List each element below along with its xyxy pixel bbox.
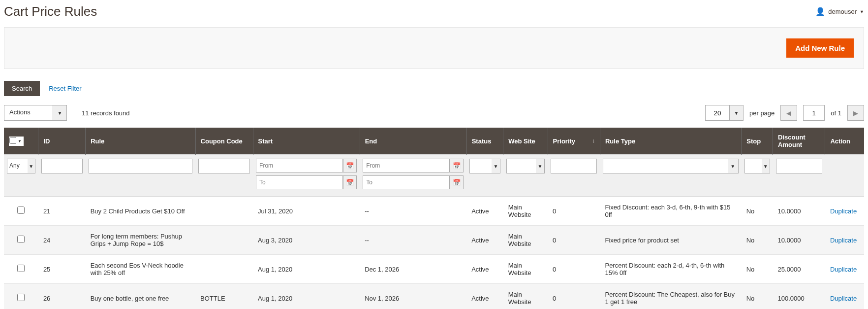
caret-down-icon: ▼	[860, 9, 864, 14]
table-row[interactable]: 24For long term members: Pushup Grips + …	[4, 226, 864, 255]
filter-start-from[interactable]	[256, 159, 343, 172]
duplicate-link[interactable]: Duplicate	[830, 207, 857, 215]
cell-coupon	[195, 255, 253, 284]
page-actions-toolbar: Add New Rule	[4, 27, 864, 69]
col-header-id[interactable]: ID	[38, 128, 86, 155]
mass-actions-select[interactable]: Actions ▼	[4, 105, 67, 121]
row-checkbox[interactable]	[17, 206, 25, 214]
search-button[interactable]: Search	[4, 81, 40, 96]
filter-priority-input[interactable]	[551, 159, 597, 173]
cell-priority: 0	[548, 255, 600, 284]
cell-status: Active	[466, 255, 503, 284]
cell-id: 21	[38, 197, 86, 226]
cell-coupon	[195, 197, 253, 226]
cell-stop: No	[742, 284, 773, 309]
cell-priority: 0	[548, 284, 600, 309]
cell-coupon	[195, 226, 253, 255]
filter-ruletype-select[interactable]: ▼	[603, 159, 738, 173]
sort-arrow-icon: ↓	[592, 137, 595, 143]
cell-id: 25	[38, 255, 86, 284]
calendar-icon[interactable]: 📅	[450, 159, 464, 172]
cell-end: Nov 1, 2026	[360, 284, 466, 309]
cell-website: Main Website	[503, 197, 548, 226]
cell-start: Jul 31, 2020	[253, 197, 360, 226]
col-header-coupon[interactable]: Coupon Code	[195, 128, 253, 155]
table-row[interactable]: 21Buy 2 Child Products Get $10 OffJul 31…	[4, 197, 864, 226]
select-all-checkbox[interactable]	[9, 137, 16, 144]
cell-id: 24	[38, 226, 86, 255]
col-header-stop[interactable]: Stop	[742, 128, 773, 155]
table-row[interactable]: 26Buy one bottle, get one freeBOTTLEAug …	[4, 284, 864, 309]
col-header-discount[interactable]: Discount Amount	[773, 128, 825, 155]
cell-website: Main Website	[503, 226, 548, 255]
priority-label: Priority	[553, 137, 576, 145]
per-page-input[interactable]	[705, 105, 730, 121]
cell-website: Main Website	[503, 255, 548, 284]
reset-filter-link[interactable]: Reset Filter	[49, 85, 81, 92]
duplicate-link[interactable]: Duplicate	[830, 266, 857, 273]
filter-start-to[interactable]	[256, 175, 343, 189]
col-header-website[interactable]: Web Site	[503, 128, 548, 155]
cell-discount: 25.0000	[773, 255, 825, 284]
cell-discount: 100.0000	[773, 284, 825, 309]
filter-discount-input[interactable]	[776, 159, 822, 173]
select-all-options[interactable]: ▼	[16, 137, 23, 145]
cell-discount: 10.0000	[773, 197, 825, 226]
cell-rule: Buy one bottle, get one free	[86, 284, 195, 309]
username-label: demouser	[828, 8, 857, 15]
calendar-icon[interactable]: 📅	[343, 175, 357, 189]
cell-status: Active	[466, 197, 503, 226]
filter-any-label: Any	[7, 159, 28, 173]
rules-grid: ▼ ID Rule Coupon Code Start End Status W…	[4, 128, 864, 309]
row-checkbox[interactable]	[17, 294, 25, 301]
filter-stop-select[interactable]: ▼	[744, 159, 770, 173]
cell-discount: 10.0000	[773, 226, 825, 255]
user-menu[interactable]: 👤 demouser ▼	[815, 7, 864, 16]
cell-end: --	[360, 197, 466, 226]
filter-end-from[interactable]	[363, 159, 450, 172]
page-total-label: of 1	[831, 109, 841, 117]
per-page-select[interactable]: ▼	[705, 105, 744, 121]
cell-ruletype: Fixed Discount: each 3-d, 6-th, 9-th wit…	[600, 197, 741, 226]
row-checkbox[interactable]	[17, 265, 25, 272]
cell-priority: 0	[548, 226, 600, 255]
col-header-end[interactable]: End	[360, 128, 466, 155]
filter-coupon-input[interactable]	[198, 159, 250, 173]
filter-select-any[interactable]: Any ▼	[7, 159, 35, 173]
col-header-rule[interactable]: Rule	[86, 128, 195, 155]
caret-down-icon: ▼	[492, 159, 500, 173]
filter-id-input[interactable]	[41, 159, 83, 173]
duplicate-link[interactable]: Duplicate	[830, 237, 857, 244]
records-found-label: 11 records found	[82, 109, 130, 117]
col-header-priority[interactable]: Priority↓	[548, 128, 600, 155]
col-header-start[interactable]: Start	[253, 128, 360, 155]
calendar-icon[interactable]: 📅	[343, 159, 357, 172]
cell-status: Active	[466, 226, 503, 255]
current-page-input[interactable]	[803, 105, 825, 121]
filter-rule-input[interactable]	[89, 159, 192, 173]
cell-ruletype: Percent Discount: each 2-d, 4-th, 6-th w…	[600, 255, 741, 284]
prev-page-button[interactable]: ◀	[780, 105, 797, 121]
cell-rule: Each second Eos V-Neck hoodie with 25% o…	[86, 255, 195, 284]
page-title: Cart Price Rules	[4, 4, 97, 19]
table-row[interactable]: 25Each second Eos V-Neck hoodie with 25%…	[4, 255, 864, 284]
cell-ruletype: Percent Discount: The Cheapest, also for…	[600, 284, 741, 309]
cell-end: --	[360, 226, 466, 255]
caret-down-icon: ▼	[762, 159, 770, 173]
cell-coupon: BOTTLE	[195, 284, 253, 309]
duplicate-link[interactable]: Duplicate	[830, 295, 857, 302]
col-header-status[interactable]: Status	[466, 128, 503, 155]
cell-priority: 0	[548, 197, 600, 226]
cell-stop: No	[742, 226, 773, 255]
cell-stop: No	[742, 255, 773, 284]
caret-down-icon: ▼	[728, 159, 739, 173]
filter-end-to[interactable]	[363, 175, 450, 189]
next-page-button[interactable]: ▶	[847, 105, 864, 121]
row-checkbox[interactable]	[17, 236, 25, 243]
calendar-icon[interactable]: 📅	[450, 175, 464, 189]
filter-status-select[interactable]: ▼	[469, 159, 500, 173]
caret-down-icon: ▼	[536, 159, 545, 173]
add-new-rule-button[interactable]: Add New Rule	[786, 38, 854, 58]
filter-website-select[interactable]: ▼	[506, 159, 545, 173]
col-header-ruletype[interactable]: Rule Type	[600, 128, 741, 155]
